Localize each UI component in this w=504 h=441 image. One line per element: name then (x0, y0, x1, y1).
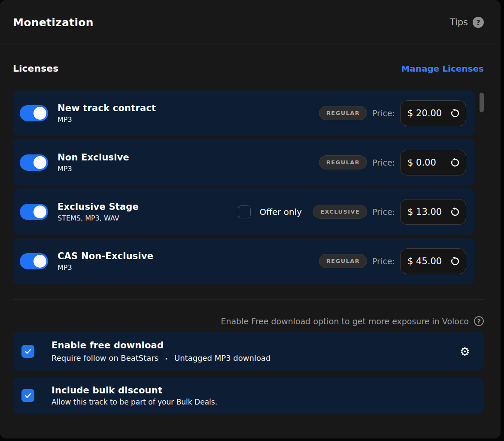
subtitle-separator: . (165, 352, 168, 361)
license-title: Exclusive Stage (58, 202, 139, 212)
license-toggle[interactable] (20, 105, 48, 121)
price-value: $ 0.00 (407, 157, 436, 168)
bulk-discount-subtitle: Allow this track to be part of your Bulk… (52, 398, 217, 406)
license-formats: STEMS, MP3, WAV (58, 214, 139, 222)
free-download-checkbox[interactable] (21, 345, 34, 358)
help-question-icon[interactable]: ? (473, 17, 484, 28)
reset-price-icon[interactable] (449, 107, 461, 119)
price-label: Price: (372, 257, 395, 266)
price-label: Price: (372, 207, 395, 217)
reset-price-icon[interactable] (449, 206, 461, 217)
license-card: Exclusive Stage STEMS, MP3, WAV Offer on… (13, 188, 475, 235)
panel-content: Licenses Manage Licenses New track contr… (0, 63, 501, 414)
toggle-knob (33, 255, 46, 268)
license-title: CAS Non-Exclusive (58, 251, 153, 261)
price-value: $ 13.00 (407, 207, 442, 217)
price-input[interactable]: $ 45.00 (400, 248, 466, 274)
free-download-settings-gear-icon[interactable]: ⚙ (460, 346, 470, 357)
tips-button[interactable]: Tips ? (450, 17, 484, 28)
reset-price-icon[interactable] (449, 255, 461, 267)
toggle-knob (33, 107, 46, 120)
bulk-discount-checkbox[interactable] (21, 389, 34, 402)
page-title: Monetization (13, 16, 94, 29)
license-type-badge: REGULAR (319, 106, 367, 120)
license-type-badge: REGULAR (319, 155, 367, 169)
checkmark-icon (24, 391, 32, 400)
price-value: $ 45.00 (407, 256, 442, 266)
enable-free-download-card: Enable free download Require follow on B… (13, 332, 484, 371)
license-card: CAS Non-Exclusive MP3 REGULAR Price: $ 4… (13, 238, 475, 284)
license-title: New track contract (58, 103, 156, 113)
bulk-discount-card: Include bulk discount Allow this track t… (13, 377, 484, 414)
license-card: New track contract MP3 REGULAR Price: $ … (13, 90, 475, 136)
license-type-badge: EXCLUSIVE (313, 205, 367, 219)
free-download-subtitle-right: Untagged MP3 download (174, 353, 270, 362)
licenses-section-header: Licenses Manage Licenses (13, 63, 484, 74)
bulk-discount-title: Include bulk discount (52, 385, 217, 396)
tips-label: Tips (450, 17, 468, 27)
free-download-tip-text: Enable Free download option to get more … (221, 317, 469, 326)
scrollbar-thumb[interactable] (480, 93, 484, 112)
free-download-subtitle-left: Require follow on BeatStars (52, 353, 158, 362)
license-toggle[interactable] (20, 154, 48, 171)
license-formats: MP3 (58, 115, 156, 124)
free-download-tip: Enable Free download option to get more … (13, 316, 484, 326)
license-formats: MP3 (58, 165, 129, 173)
price-input[interactable]: $ 0.00 (400, 150, 466, 175)
manage-licenses-link[interactable]: Manage Licenses (401, 63, 484, 74)
checkmark-icon (24, 347, 32, 356)
offer-only-checkbox[interactable] (238, 205, 251, 218)
price-label: Price: (372, 158, 395, 167)
license-list: New track contract MP3 REGULAR Price: $ … (13, 90, 475, 284)
panel-header: Monetization Tips ? (0, 0, 501, 45)
license-card: Non Exclusive MP3 REGULAR Price: $ 0.00 (13, 139, 475, 186)
price-value: $ 20.00 (407, 108, 442, 118)
reset-price-icon[interactable] (449, 157, 461, 168)
toggle-knob (33, 205, 46, 218)
price-input[interactable]: $ 20.00 (400, 100, 466, 126)
license-title: Non Exclusive (58, 152, 129, 163)
license-formats: MP3 (58, 263, 153, 272)
price-label: Price: (372, 109, 395, 118)
offer-only-label: Offer only (259, 207, 302, 217)
license-toggle[interactable] (20, 204, 48, 220)
license-toggle[interactable] (20, 253, 48, 269)
license-type-badge: REGULAR (319, 254, 367, 268)
licenses-heading: Licenses (13, 63, 58, 74)
monetization-panel: Monetization Tips ? Licenses Manage Lice… (0, 0, 501, 438)
section-divider (13, 299, 484, 300)
free-download-title: Enable free download (52, 340, 270, 350)
price-input[interactable]: $ 13.00 (400, 199, 466, 225)
voloco-help-icon[interactable]: ? (474, 316, 484, 326)
toggle-knob (33, 156, 46, 169)
